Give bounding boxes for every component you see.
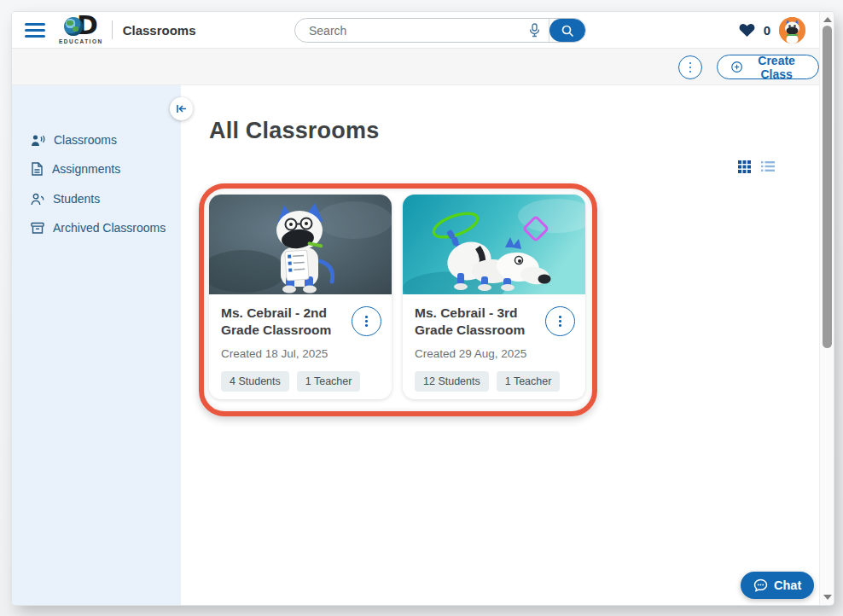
classroom-card[interactable]: Ms. Cebrail - 3rd Grade Classroom Create… [403,195,585,399]
page-title: All Classrooms [209,118,379,144]
students-count-badge: 4 Students [221,371,289,392]
students-count-badge: 12 Students [415,371,489,392]
sidebar-collapse-button[interactable] [170,97,193,120]
sidebar-item-label: Students [53,192,100,206]
search-button[interactable] [549,19,585,42]
globe-icon [64,17,83,36]
search-bar [294,18,586,43]
kebab-icon [559,316,561,327]
archive-icon [31,222,44,235]
plus-circle-icon [731,60,742,74]
teachers-count-badge: 1 Teacher [497,371,561,392]
classrooms-icon [31,134,45,147]
top-header: D EDUCATION Classrooms 0 [12,12,819,49]
list-view-icon[interactable] [761,160,775,173]
microphone-icon[interactable] [520,19,549,42]
classroom-card-menu-button[interactable] [545,306,575,336]
create-class-button[interactable]: Create Class [717,55,819,79]
sidebar-item-archived-classrooms[interactable]: Archived Classrooms [31,221,166,235]
scroll-up-arrow[interactable] [820,14,834,26]
scrollbar-thumb[interactable] [823,26,832,348]
sidebar-item-label: Classrooms [54,133,117,147]
search-input[interactable] [295,24,520,38]
header-divider [112,20,113,39]
hamburger-menu-icon[interactable] [25,23,45,38]
favorites-count: 0 [764,23,770,38]
discovery-education-logo[interactable]: D EDUCATION [59,16,103,44]
kebab-icon [365,316,368,327]
more-options-button[interactable] [678,55,702,79]
search-icon [561,24,574,38]
chat-label: Chat [774,578,801,592]
sidebar-item-students[interactable]: Students [31,192,100,206]
classroom-card-image [209,195,392,294]
classroom-card-title[interactable]: Ms. Cebrail - 3rd Grade Classroom [415,305,543,339]
collapse-arrow-icon [176,104,187,113]
page-context-title: Classrooms [123,23,196,38]
classroom-card[interactable]: Ms. Cebrail - 2nd Grade Classroom Create… [209,195,392,399]
chat-bubble-icon [753,578,768,592]
classroom-created-date: Created 29 Aug, 2025 [415,347,573,360]
user-avatar[interactable] [779,17,805,44]
create-class-label: Create Class [748,54,805,81]
classroom-card-menu-button[interactable] [352,306,381,336]
assignments-icon [31,162,44,176]
scroll-down-arrow[interactable] [820,591,834,603]
main-content: All Classrooms [181,85,819,605]
classroom-card-image [403,195,585,294]
sidebar: Classrooms Assignments Students Archived… [12,85,181,605]
favorites-heart-icon[interactable] [739,23,755,38]
view-toggle-group [738,160,775,173]
header-right-group: 0 [739,12,805,49]
vertical-scrollbar[interactable] [819,12,834,605]
sidebar-item-label: Archived Classrooms [53,221,166,235]
students-icon [31,193,44,206]
action-bar: Create Class [12,49,819,85]
chat-button[interactable]: Chat [741,572,814,599]
classroom-created-date: Created 18 Jul, 2025 [221,347,380,360]
teachers-count-badge: 1 Teacher [297,371,361,392]
grid-view-icon[interactable] [738,160,751,173]
sidebar-item-assignments[interactable]: Assignments [31,162,120,176]
classroom-card-title[interactable]: Ms. Cebrail - 2nd Grade Classroom [221,305,349,339]
sidebar-item-label: Assignments [52,162,120,176]
kebab-icon [689,62,692,73]
app-window: D EDUCATION Classrooms 0 [12,12,834,605]
sidebar-item-classrooms[interactable]: Classrooms [31,133,117,147]
